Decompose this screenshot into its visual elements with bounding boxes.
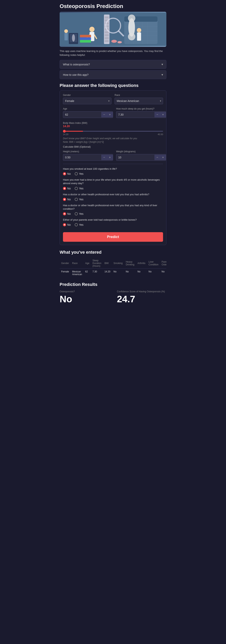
- liver-no-label: No: [67, 212, 71, 216]
- smoking-no-option[interactable]: No: [63, 172, 71, 175]
- smoking-yes-option[interactable]: Yes: [75, 172, 84, 175]
- svg-point-40: [64, 29, 68, 33]
- svg-rect-21: [105, 34, 109, 36]
- form-container: Gender Female Male ▾ Race Mexican Americ…: [60, 90, 166, 245]
- col-liver: Liver Condition: [147, 258, 160, 269]
- osteoporosis-value: No: [60, 294, 109, 304]
- bmi-slider-range: 14.20 45.50: [63, 133, 163, 136]
- parental-no-radio[interactable]: [63, 223, 66, 226]
- arthritis-yes-radio[interactable]: [75, 198, 78, 201]
- svg-point-27: [128, 14, 135, 22]
- accordion-osteoporosis[interactable]: What is osteoporosis? ▾: [60, 60, 166, 69]
- drinking-no-option[interactable]: No: [63, 187, 71, 190]
- weight-group: Weight (kilograms) − +: [116, 150, 166, 161]
- arthritis-yes-option[interactable]: Yes: [75, 198, 84, 201]
- weight-input[interactable]: [116, 154, 154, 160]
- svg-rect-38: [80, 38, 91, 40]
- height-increment-button[interactable]: +: [107, 155, 113, 160]
- gender-label: Gender: [63, 94, 111, 96]
- bmi-slider[interactable]: [63, 131, 163, 132]
- gender-race-row: Gender Female Male ▾ Race Mexican Americ…: [63, 94, 163, 104]
- parental-yes-radio[interactable]: [75, 223, 78, 226]
- age-sleep-row: Age − + How much sleep do you get (hours…: [63, 108, 163, 118]
- row-race: Mexican American: [71, 269, 84, 278]
- col-bmi: BMI: [103, 258, 112, 269]
- row-drinking: No: [124, 269, 136, 278]
- row-gender: Female: [60, 269, 71, 278]
- accordion-howto-header[interactable]: How to use this app? ▾: [60, 70, 166, 79]
- svg-rect-39: [80, 40, 91, 42]
- arthritis-no-radio[interactable]: [63, 198, 66, 201]
- weight-label: Weight (kilograms): [116, 150, 166, 153]
- liver-yes-option[interactable]: Yes: [75, 212, 84, 216]
- bmi-slider-max: 45.50: [158, 133, 163, 136]
- table-row: Female Mexican American 62 7.30 14.20 No…: [60, 269, 166, 278]
- sleep-input[interactable]: [116, 112, 154, 118]
- chevron-down-icon: ▾: [161, 62, 163, 66]
- divider-1: [63, 164, 163, 164]
- age-increment-button[interactable]: +: [107, 112, 113, 117]
- weight-decrement-button[interactable]: −: [154, 155, 160, 160]
- smoking-yes-label: Yes: [79, 172, 84, 175]
- bmi-slider-min: 14.20: [63, 133, 68, 136]
- sleep-group: How much sleep do you get (hours)? − +: [116, 108, 166, 118]
- liver-yes-radio[interactable]: [75, 212, 78, 216]
- svg-rect-34: [137, 32, 141, 41]
- row-age: 62: [84, 269, 91, 278]
- height-decrement-button[interactable]: −: [101, 155, 107, 160]
- drinking-yes-label: Yes: [79, 187, 84, 190]
- row-parental: No: [160, 269, 166, 278]
- bmi-help-text: Don't know your BMI? Enter height and we…: [63, 137, 163, 140]
- hero-image: [60, 12, 166, 47]
- liver-no-option[interactable]: No: [63, 212, 71, 216]
- smoking-no-radio[interactable]: [63, 172, 66, 175]
- age-input[interactable]: [63, 112, 101, 118]
- parental-no-option[interactable]: No: [63, 223, 71, 226]
- age-decrement-button[interactable]: −: [101, 112, 107, 117]
- svg-point-44: [72, 34, 75, 42]
- sleep-decrement-button[interactable]: −: [154, 112, 160, 117]
- drinking-no-radio[interactable]: [63, 187, 66, 190]
- bmi-slider-wrapper: [63, 129, 163, 132]
- parental-question-text: Either of your parents ever told had ost…: [63, 218, 163, 222]
- sleep-increment-button[interactable]: +: [160, 112, 166, 117]
- drinking-yes-radio[interactable]: [75, 187, 78, 190]
- drinking-yes-option[interactable]: Yes: [75, 187, 84, 190]
- smoking-yes-radio[interactable]: [75, 172, 78, 175]
- bmi-optional-title: Calculate BMI (Optional): [63, 145, 163, 148]
- arthritis-no-label: No: [67, 198, 71, 201]
- col-drinking: Heavy Drinking: [124, 258, 136, 269]
- col-gender: Gender: [60, 258, 71, 269]
- smoking-question: Have you smoked at least 100 cigarettes …: [63, 167, 163, 175]
- prediction-grid: Osteoporosis? No Confidence Score of Hav…: [60, 290, 166, 304]
- parental-radio-group: No Yes: [63, 223, 163, 226]
- confidence-value: 24.7: [117, 294, 166, 304]
- race-select[interactable]: Mexican American White Black Asian Other: [115, 98, 163, 104]
- smoking-question-text: Have you smoked at least 100 cigarettes …: [63, 167, 163, 171]
- gender-select[interactable]: Female Male: [63, 98, 111, 104]
- age-label: Age: [63, 108, 113, 110]
- weight-input-wrapper: − +: [116, 154, 166, 161]
- gender-select-wrapper: Female Male ▾: [63, 98, 111, 104]
- height-input-wrapper: − +: [63, 154, 113, 161]
- col-age: Age: [84, 258, 91, 269]
- drinking-question: Have you ever had a time in your life wh…: [63, 178, 163, 190]
- arthritis-no-option[interactable]: No: [63, 198, 71, 201]
- weight-increment-button[interactable]: +: [160, 155, 166, 160]
- row-liver: No: [147, 269, 160, 278]
- gender-group: Gender Female Male ▾: [63, 94, 111, 104]
- parental-yes-option[interactable]: Yes: [75, 223, 84, 226]
- accordion-howto-label: How to use this app?: [63, 73, 89, 76]
- prediction-confidence-col: Confidence Score of Having Osteoporosis …: [117, 290, 166, 304]
- accordion-howto[interactable]: How to use this app? ▾: [60, 70, 166, 79]
- height-input[interactable]: [63, 154, 101, 160]
- liver-no-radio[interactable]: [63, 212, 66, 216]
- arthritis-radio-group: No Yes: [63, 198, 163, 201]
- race-select-wrapper: Mexican American White Black Asian Other…: [115, 98, 163, 104]
- predict-button[interactable]: Predict: [63, 232, 163, 242]
- description-text: This app uses machine learning to predic…: [60, 49, 166, 57]
- accordion-osteoporosis-header[interactable]: What is osteoporosis? ▾: [60, 60, 166, 68]
- accordion-osteoporosis-label: What is osteoporosis?: [63, 63, 90, 66]
- entered-section-title: What you've entered: [60, 250, 166, 255]
- height-label: Height (meters): [63, 150, 113, 153]
